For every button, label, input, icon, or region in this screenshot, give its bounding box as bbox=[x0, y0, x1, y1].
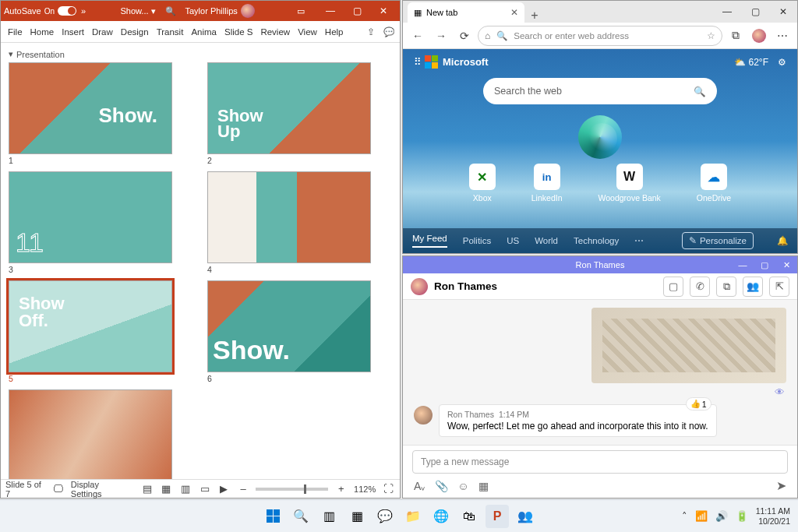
attach-icon[interactable]: 📎 bbox=[435, 480, 448, 492]
task-view-icon[interactable]: ▥ bbox=[317, 505, 341, 528]
new-tab-button[interactable]: + bbox=[524, 9, 545, 23]
close-button[interactable]: ✕ bbox=[775, 256, 797, 273]
feed-tab[interactable]: My Feed bbox=[412, 234, 447, 248]
volume-icon[interactable]: 🔊 bbox=[715, 510, 728, 522]
feed-tab[interactable]: US bbox=[507, 236, 519, 245]
favorite-icon[interactable]: ☆ bbox=[707, 30, 715, 41]
quick-link[interactable]: ☁OneDrive bbox=[697, 164, 731, 203]
text-message[interactable]: 👍 1 Ron Thames 1:14 PM Wow, perfect! Let… bbox=[414, 404, 786, 437]
quick-link[interactable]: WWoodgrove Bank bbox=[598, 164, 660, 203]
slide-thumb[interactable]: Show. 1 bbox=[9, 62, 193, 165]
zoom-out-icon[interactable]: – bbox=[237, 483, 250, 495]
close-button[interactable]: ✕ bbox=[370, 1, 397, 21]
popout-button[interactable]: ⇱ bbox=[769, 277, 789, 297]
refresh-button[interactable]: ⟳ bbox=[454, 26, 475, 46]
account-control[interactable]: Taylor Phillips bbox=[185, 4, 255, 18]
display-settings-icon[interactable]: 🖵 bbox=[51, 483, 65, 495]
clock[interactable]: 11:11 AM 10/20/21 bbox=[756, 506, 790, 525]
gif-icon[interactable]: ▦ bbox=[478, 480, 489, 492]
feed-tab[interactable]: World bbox=[535, 236, 558, 245]
start-button[interactable] bbox=[261, 505, 284, 528]
zoom-percent[interactable]: 112% bbox=[354, 484, 376, 494]
video-call-button[interactable]: ▢ bbox=[663, 277, 683, 297]
ribbon-tab[interactable]: File bbox=[4, 27, 26, 37]
search-icon[interactable]: 🔍 bbox=[694, 86, 706, 97]
feed-more-icon[interactable]: ⋯ bbox=[634, 235, 644, 246]
message-list[interactable]: 👁 👍 1 Ron Thames 1:14 PM Wow, perfect! L… bbox=[403, 300, 797, 445]
menu-button[interactable]: ⋯ bbox=[772, 26, 793, 46]
battery-icon[interactable]: 🔋 bbox=[736, 510, 748, 522]
autosave-toggle-icon[interactable] bbox=[58, 6, 76, 16]
profile-button[interactable] bbox=[749, 26, 769, 46]
close-button[interactable]: ✕ bbox=[769, 1, 797, 23]
chat-name[interactable]: Ron Thames bbox=[434, 280, 497, 292]
tray-overflow-icon[interactable]: ˄ bbox=[682, 510, 687, 522]
slide-thumb-selected[interactable]: Show Off. 5 bbox=[9, 280, 193, 383]
minimize-button[interactable]: — bbox=[317, 1, 344, 21]
slideshow-view-icon[interactable]: ▶ bbox=[217, 483, 231, 495]
widgets-icon[interactable]: ▦ bbox=[345, 505, 369, 528]
section-header[interactable]: ▾ Presentation bbox=[9, 46, 392, 62]
quick-link[interactable]: inLinkedIn bbox=[531, 164, 563, 203]
minimize-button[interactable]: — bbox=[732, 256, 754, 273]
slide-thumb[interactable]: 11 3 bbox=[9, 171, 193, 274]
ribbon-tab[interactable]: Design bbox=[117, 27, 153, 37]
powerpoint-taskbar-icon[interactable]: P bbox=[486, 505, 509, 528]
notes-view-icon[interactable]: ▤ bbox=[140, 483, 154, 495]
maximize-button[interactable]: ▢ bbox=[741, 1, 769, 23]
add-people-button[interactable]: 👥 bbox=[743, 277, 763, 297]
slide-thumb[interactable]: Show Up 2 bbox=[207, 62, 392, 165]
ribbon-tab[interactable]: Review bbox=[256, 27, 294, 37]
zoom-in-icon[interactable]: + bbox=[334, 483, 348, 495]
emoji-icon[interactable]: ☺ bbox=[457, 480, 468, 492]
edge-taskbar-icon[interactable]: 🌐 bbox=[429, 505, 453, 528]
ribbon-tab[interactable]: Home bbox=[26, 27, 58, 37]
image-message[interactable] bbox=[591, 308, 786, 383]
audio-call-button[interactable]: ✆ bbox=[690, 277, 710, 297]
ribbon-tab[interactable]: Anima bbox=[187, 27, 221, 37]
ribbon-tab[interactable]: Transit bbox=[153, 27, 188, 37]
reaction-pill[interactable]: 👍 1 bbox=[686, 397, 711, 410]
ribbon-tab[interactable]: Draw bbox=[88, 27, 117, 37]
search-icon[interactable]: 🔍 bbox=[165, 6, 176, 16]
teams-taskbar-icon[interactable]: 👥 bbox=[514, 505, 537, 528]
slide-thumb[interactable] bbox=[9, 389, 193, 479]
format-icon[interactable]: Aᵥ bbox=[414, 480, 425, 492]
feed-tab[interactable]: Politics bbox=[463, 236, 491, 245]
address-bar[interactable]: ⌂ 🔍 Search or enter web address ☆ bbox=[478, 26, 722, 46]
send-button[interactable]: ➤ bbox=[776, 478, 786, 493]
feed-tab[interactable]: Technology bbox=[574, 236, 619, 245]
back-button[interactable]: ← bbox=[408, 26, 428, 46]
maximize-button[interactable]: ▢ bbox=[344, 1, 370, 21]
wifi-icon[interactable]: 📶 bbox=[695, 510, 708, 522]
normal-view-icon[interactable]: ▦ bbox=[160, 483, 173, 495]
comments-icon[interactable]: 💬 bbox=[380, 26, 397, 37]
site-info-icon[interactable]: ⌂ bbox=[485, 30, 490, 41]
ribbon-tab[interactable]: Insert bbox=[58, 27, 88, 37]
screen-share-button[interactable]: ⧉ bbox=[716, 277, 736, 297]
ntp-search-input[interactable]: Search the web 🔍 bbox=[483, 78, 717, 104]
display-settings-label[interactable]: Display Settings bbox=[71, 480, 128, 499]
zoom-slider[interactable] bbox=[256, 488, 328, 491]
tab-close-icon[interactable]: ✕ bbox=[510, 7, 518, 18]
autosave-control[interactable]: AutoSave On bbox=[4, 6, 76, 16]
quick-access-more-icon[interactable]: » bbox=[81, 6, 86, 16]
minimize-button[interactable]: — bbox=[713, 1, 741, 23]
ribbon-tab[interactable]: Help bbox=[321, 27, 348, 37]
reading-view-icon[interactable]: ▭ bbox=[198, 483, 211, 495]
notifications-icon[interactable]: 🔔 bbox=[777, 235, 788, 246]
share-icon[interactable]: ⇪ bbox=[362, 26, 380, 37]
maximize-button[interactable]: ▢ bbox=[754, 256, 775, 273]
weather-temp[interactable]: 62°F bbox=[749, 57, 768, 68]
ribbon-tab[interactable]: Slide S bbox=[221, 27, 256, 37]
file-explorer-icon[interactable]: 📁 bbox=[401, 505, 425, 528]
chat-icon[interactable]: 💬 bbox=[373, 505, 397, 528]
weather-icon[interactable]: ⛅ bbox=[734, 57, 746, 68]
fit-to-window-icon[interactable]: ⛶ bbox=[382, 483, 395, 495]
settings-gear-icon[interactable]: ⚙ bbox=[778, 57, 786, 68]
taskbar-search-icon[interactable]: 🔍 bbox=[289, 505, 312, 528]
store-icon[interactable]: 🛍 bbox=[457, 505, 481, 528]
forward-button[interactable]: → bbox=[431, 26, 451, 46]
document-title[interactable]: Show... ▾ bbox=[120, 6, 155, 16]
ribbon-display-icon[interactable]: ▭ bbox=[289, 6, 312, 16]
